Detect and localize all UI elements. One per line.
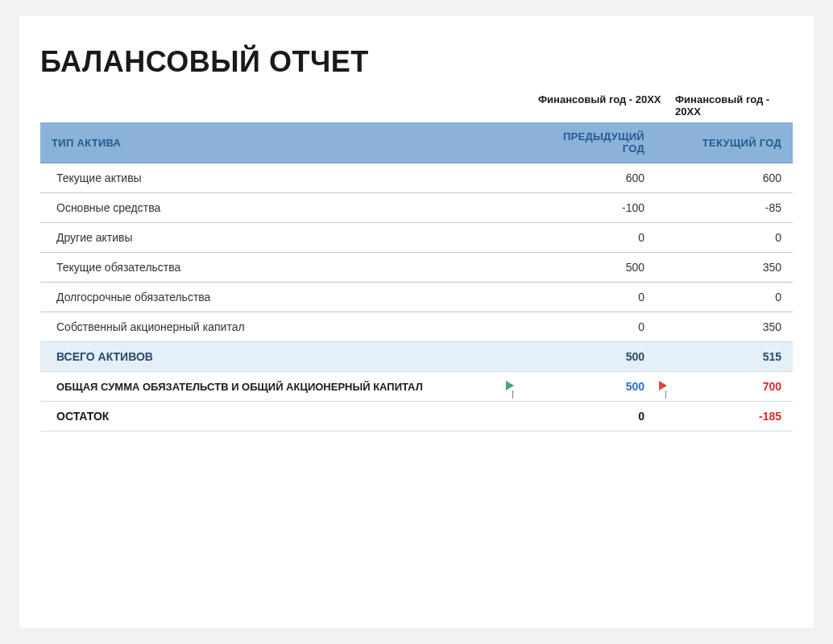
header-curr-year: ТЕКУЩИЙ ГОД: [688, 122, 793, 163]
balance-table: ТИП АКТИВА ПРЕДЫДУЩИЙ ГОД ТЕКУЩИЙ ГОД Те…: [40, 122, 793, 431]
row-label: Другие активы: [40, 223, 503, 253]
row-label: Долгосрочные обязательства: [40, 283, 503, 312]
table-row: Текущие обязательства 500 350: [40, 253, 793, 283]
table-row: Другие активы 0 0: [40, 223, 793, 253]
row-prev: 0: [535, 283, 656, 312]
year-labels: Финансовый год - 20XX Финансовый год - 2…: [40, 93, 793, 122]
summary-prev: 0: [535, 402, 656, 431]
summary-label: ВСЕГО АКТИВОВ: [40, 342, 503, 372]
row-prev: 600: [535, 163, 656, 193]
table-header-row: ТИП АКТИВА ПРЕДЫДУЩИЙ ГОД ТЕКУЩИЙ ГОД: [40, 122, 793, 163]
table-row: Текущие активы 600 600: [40, 163, 793, 193]
row-curr: -85: [688, 193, 793, 223]
row-label: Основные средства: [40, 193, 503, 223]
table-row: Собственный акционерный капитал 0 350: [40, 312, 793, 342]
row-curr: 350: [688, 312, 793, 342]
header-spacer: [656, 122, 688, 163]
summary-body: ВСЕГО АКТИВОВ 500 515 ОБЩАЯ СУММА ОБЯЗАТ…: [40, 342, 793, 431]
balance-sheet: БАЛАНСОВЫЙ ОТЧЕТ Финансовый год - 20XX Ф…: [19, 16, 814, 628]
row-prev: 500: [535, 253, 656, 283]
flag-icon: [506, 381, 514, 390]
row-curr: 0: [688, 283, 793, 312]
summary-label: ОСТАТОК: [40, 402, 503, 431]
row-prev: 0: [535, 312, 656, 342]
flag-icon: [659, 381, 667, 390]
row-label: Текущие обязательства: [40, 253, 503, 283]
row-curr: 600: [688, 163, 793, 193]
summary-total-liabilities: ОБЩАЯ СУММА ОБЯЗАТЕЛЬСТВ И ОБЩИЙ АКЦИОНЕ…: [40, 372, 793, 402]
summary-prev: 500: [535, 372, 656, 402]
row-label: Текущие активы: [40, 163, 503, 193]
summary-label: ОБЩАЯ СУММА ОБЯЗАТЕЛЬСТВ И ОБЩИЙ АКЦИОНЕ…: [40, 372, 503, 402]
header-spacer: [503, 122, 535, 163]
table-body: Текущие активы 600 600 Основные средства…: [40, 163, 793, 342]
year-label-prev: Финансовый год - 20XX: [522, 93, 667, 118]
table-row: Основные средства -100 -85: [40, 193, 793, 223]
summary-prev: 500: [535, 342, 656, 372]
summary-curr: 515: [688, 342, 793, 372]
summary-curr: 700: [688, 372, 793, 402]
page-title: БАЛАНСОВЫЙ ОТЧЕТ: [40, 45, 793, 79]
header-prev-year: ПРЕДЫДУЩИЙ ГОД: [535, 122, 656, 163]
row-prev: 0: [535, 223, 656, 253]
summary-balance: ОСТАТОК 0 -185: [40, 402, 793, 431]
table-row: Долгосрочные обязательства 0 0: [40, 283, 793, 312]
header-asset-type: ТИП АКТИВА: [40, 122, 503, 163]
summary-curr: -185: [688, 402, 793, 431]
summary-total-assets: ВСЕГО АКТИВОВ 500 515: [40, 342, 793, 372]
year-label-curr: Финансовый год - 20XX: [667, 93, 788, 118]
row-label: Собственный акционерный капитал: [40, 312, 503, 342]
row-curr: 350: [688, 253, 793, 283]
row-prev: -100: [535, 193, 656, 223]
row-curr: 0: [688, 223, 793, 253]
